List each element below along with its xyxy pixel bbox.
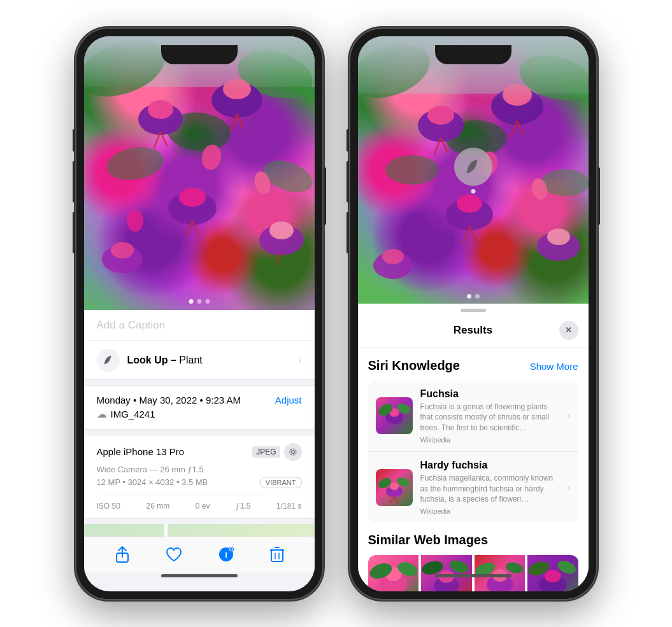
photo-area-right[interactable] xyxy=(358,36,589,304)
volume-up-button[interactable] xyxy=(73,161,75,202)
hardy-name: Hardy fuchsia xyxy=(420,460,562,471)
mute-button-right[interactable] xyxy=(347,129,349,151)
photo-area-left[interactable] xyxy=(84,36,315,310)
hardy-description: Fuchsia magellanica, commonly known as t… xyxy=(420,473,562,505)
adjust-button[interactable]: Adjust xyxy=(275,395,302,405)
close-icon: ✕ xyxy=(565,325,572,335)
svg-line-50 xyxy=(517,121,524,135)
svg-line-9 xyxy=(161,132,167,146)
knowledge-item-fuchsia[interactable]: Fuchsia Fuchsia is a genus of flowering … xyxy=(368,381,578,452)
svg-point-39 xyxy=(514,48,589,108)
web-images-section: Similar Web Images xyxy=(358,533,589,591)
svg-point-22 xyxy=(111,242,134,258)
web-image-2[interactable] xyxy=(421,555,472,591)
camera-lens-row: Wide Camera — 26 mm ƒ1.5 xyxy=(97,465,302,474)
lookup-label: Look Up – Plant xyxy=(127,355,203,366)
fuchsia-chevron: › xyxy=(568,411,571,421)
lookup-icon-circle xyxy=(97,349,120,372)
right-phone-screen: Results ✕ Siri Knowledge Show More xyxy=(358,36,589,591)
exif-iso: ISO 50 xyxy=(97,502,120,511)
volume-down-button[interactable] xyxy=(73,212,75,253)
svg-point-5 xyxy=(259,154,314,198)
camera-resolution: 12 MP • 3024 × 4032 • 3.5 MB xyxy=(97,477,208,487)
panel-handle[interactable] xyxy=(461,309,486,312)
caption-area[interactable]: Add a Caption xyxy=(84,310,315,341)
date-section: Monday • May 30, 2022 • 9:23 AM Adjust ☁… xyxy=(84,385,315,430)
svg-line-70 xyxy=(394,497,399,504)
svg-point-48 xyxy=(503,84,532,106)
dot-3 xyxy=(205,299,210,304)
svg-line-49 xyxy=(511,121,517,137)
volume-up-button-right[interactable] xyxy=(347,161,349,202)
mute-button[interactable] xyxy=(73,129,75,151)
home-bar-right xyxy=(435,574,511,577)
format-area: JPEG xyxy=(252,443,301,461)
web-images-title: Similar Web Images xyxy=(368,533,578,547)
vibrant-badge: VIBRANT xyxy=(260,477,302,488)
web-image-3[interactable] xyxy=(475,555,525,591)
svg-point-43 xyxy=(418,109,464,142)
lookup-chevron: › xyxy=(299,355,302,365)
info-button[interactable]: i xyxy=(218,546,234,563)
hardy-thumbnail xyxy=(376,469,413,506)
notch-left xyxy=(161,45,238,64)
fuchsia-thumb-icon xyxy=(376,397,413,434)
knowledge-item-hardy[interactable]: Hardy fuchsia Fuchsia magellanica, commo… xyxy=(368,452,578,523)
volume-down-button-right[interactable] xyxy=(347,212,349,253)
svg-point-4 xyxy=(104,143,166,184)
filename-text: IMG_4241 xyxy=(111,409,155,419)
power-button-right[interactable] xyxy=(597,167,600,225)
svg-line-16 xyxy=(186,221,192,237)
results-header: Results ✕ xyxy=(358,317,589,348)
notch-right xyxy=(435,45,511,64)
siri-visual-search-button[interactable] xyxy=(454,148,492,186)
svg-point-66 xyxy=(390,483,399,490)
delete-button[interactable] xyxy=(270,546,284,563)
svg-point-25 xyxy=(127,210,143,232)
gear-circle[interactable] xyxy=(284,443,302,461)
svg-point-10 xyxy=(211,82,262,118)
svg-point-3 xyxy=(165,109,232,153)
caption-placeholder[interactable]: Add a Caption xyxy=(97,319,166,331)
svg-line-17 xyxy=(192,221,199,236)
svg-point-84 xyxy=(545,570,561,582)
web-image-1[interactable] xyxy=(368,555,419,591)
svg-point-19 xyxy=(269,222,294,239)
web-image-4[interactable] xyxy=(527,555,578,591)
camera-res-row: 12 MP • 3024 × 4032 • 3.5 MB VIBRANT xyxy=(97,477,302,488)
svg-point-44 xyxy=(427,106,454,125)
leaf-icon xyxy=(102,354,115,367)
svg-line-69 xyxy=(390,497,394,504)
svg-point-47 xyxy=(491,88,543,125)
results-title: Results xyxy=(387,324,559,337)
web-image-1-icon xyxy=(368,555,419,591)
svg-point-18 xyxy=(259,225,304,255)
fuchsia-source: Wikipedia xyxy=(420,436,562,444)
photo-dots-right xyxy=(467,294,480,299)
power-button[interactable] xyxy=(324,167,326,225)
lookup-row[interactable]: Look Up – Plant › xyxy=(84,341,315,380)
share-button[interactable] xyxy=(115,546,130,563)
knowledge-card: Fuchsia Fuchsia is a genus of flowering … xyxy=(368,381,578,523)
favorite-button[interactable] xyxy=(166,547,182,562)
flower-photo-left xyxy=(84,36,315,310)
close-button[interactable]: ✕ xyxy=(559,321,578,340)
svg-point-33 xyxy=(230,548,232,551)
svg-point-52 xyxy=(457,195,482,213)
svg-point-15 xyxy=(179,188,206,207)
date-row: Monday • May 30, 2022 • 9:23 AM Adjust xyxy=(97,395,302,405)
dot-r-2 xyxy=(475,294,480,299)
svg-point-51 xyxy=(446,199,493,230)
svg-rect-34 xyxy=(271,550,283,561)
trash-icon xyxy=(270,546,284,563)
fuchsia-text: Fuchsia Fuchsia is a genus of flowering … xyxy=(420,388,562,444)
web-image-3-icon xyxy=(475,555,525,591)
bottom-toolbar-left: i xyxy=(84,537,315,572)
fuchsia-description: Fuchsia is a genus of flowering plants t… xyxy=(420,402,562,433)
right-phone: Results ✕ Siri Knowledge Show More xyxy=(349,27,597,600)
fuchsia-thumb-bg xyxy=(376,397,413,434)
show-more-button[interactable]: Show More xyxy=(530,361,578,372)
svg-point-26 xyxy=(291,450,294,453)
format-badge: JPEG xyxy=(252,446,280,458)
cloud-icon: ☁ xyxy=(97,408,107,420)
